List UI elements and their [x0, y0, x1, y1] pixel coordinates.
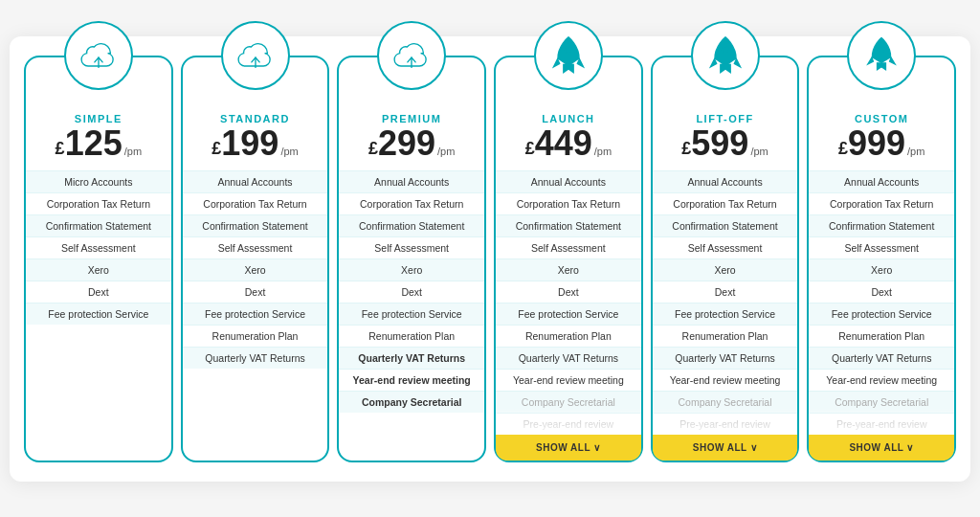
- features-wrapper-premium: Annual AccountsCorporation Tax ReturnCon…: [339, 170, 484, 413]
- features-wrapper-liftoff: Annual AccountsCorporation Tax ReturnCon…: [653, 170, 798, 435]
- plan-header-launch: LAUNCH£449/pm: [496, 105, 641, 170]
- plan-name-premium: PREMIUM: [343, 113, 480, 124]
- plan-header-custom: CUSTOM£999/pm: [809, 105, 954, 170]
- features-list-launch: Annual AccountsCorporation Tax ReturnCon…: [496, 170, 641, 435]
- plan-name-standard: STANDARD: [187, 113, 324, 124]
- list-item: Annual Accounts: [496, 170, 641, 192]
- plan-name-liftoff: LIFT-OFF: [657, 113, 794, 124]
- plan-header-liftoff: LIFT-OFF£599/pm: [653, 105, 798, 170]
- list-item: Confirmation Statement: [809, 214, 954, 236]
- list-item: Fee protection Service: [183, 303, 328, 325]
- list-item: Corporation Tax Return: [496, 192, 641, 214]
- cloud-icon: [221, 21, 290, 90]
- pricing-table: SIMPLE£125/pmMicro AccountsCorporation T…: [10, 36, 970, 482]
- list-item: Xero: [653, 258, 798, 281]
- show-all-button-launch[interactable]: SHOW ALL ∨: [496, 435, 641, 461]
- plan-price-row-launch: £449/pm: [500, 126, 637, 161]
- list-item: Pre-year-end review: [809, 413, 954, 435]
- features-list-simple: Micro AccountsCorporation Tax ReturnConf…: [26, 170, 171, 325]
- list-item: Dext: [496, 281, 641, 303]
- svg-point-4: [722, 46, 728, 53]
- plan-currency-premium: £: [368, 140, 378, 157]
- plan-period-standard: /pm: [280, 146, 298, 157]
- list-item: Annual Accounts: [653, 170, 798, 192]
- plan-price-row-liftoff: £599/pm: [657, 126, 794, 161]
- list-item: Dext: [26, 281, 171, 303]
- plan-name-custom: CUSTOM: [813, 113, 950, 124]
- plan-amount-custom: 999: [848, 126, 905, 161]
- list-item: Dext: [653, 281, 798, 303]
- list-item: Corporation Tax Return: [339, 192, 484, 214]
- list-item: Renumeration Plan: [339, 325, 484, 347]
- rocket-detailed-icon: [847, 21, 916, 90]
- plan-currency-standard: £: [212, 140, 221, 157]
- list-item: Renumeration Plan: [809, 325, 954, 347]
- list-item: Fee protection Service: [26, 303, 171, 325]
- list-item: Year-end review meeting: [496, 369, 641, 391]
- list-item: Self Assessment: [809, 236, 954, 258]
- list-item: Quarterly VAT Returns: [496, 347, 641, 369]
- list-item: Fee protection Service: [809, 303, 954, 325]
- plan-currency-launch: £: [525, 140, 535, 157]
- plan-amount-standard: 199: [221, 126, 278, 161]
- list-item: Quarterly VAT Returns: [809, 347, 954, 369]
- plan-price-row-premium: £299/pm: [343, 126, 480, 161]
- show-all-button-custom[interactable]: SHOW ALL ∨: [809, 435, 954, 461]
- list-item: Company Secretarial: [496, 391, 641, 413]
- list-item: Annual Accounts: [339, 170, 484, 192]
- list-item: Xero: [26, 258, 171, 281]
- plan-amount-premium: 299: [378, 126, 435, 161]
- plan-amount-launch: 449: [535, 126, 592, 161]
- list-item: Xero: [183, 258, 328, 281]
- show-all-button-liftoff[interactable]: SHOW ALL ∨: [653, 435, 798, 461]
- svg-point-3: [565, 46, 571, 53]
- plan-card-custom: CUSTOM£999/pmAnnual AccountsCorporation …: [807, 56, 956, 462]
- plan-price-row-custom: £999/pm: [813, 126, 950, 161]
- list-item: Xero: [809, 258, 954, 281]
- list-item: Pre-year-end review: [653, 413, 798, 435]
- list-item: Self Assessment: [26, 236, 171, 258]
- features-list-premium: Annual AccountsCorporation Tax ReturnCon…: [339, 170, 484, 413]
- list-item: Dext: [339, 281, 484, 303]
- list-item: Fee protection Service: [653, 303, 798, 325]
- plan-card-simple: SIMPLE£125/pmMicro AccountsCorporation T…: [24, 56, 173, 462]
- list-item: Xero: [496, 258, 641, 281]
- list-item: Micro Accounts: [26, 170, 171, 192]
- list-item: Pre-year-end review: [496, 413, 641, 435]
- cloud-icon: [64, 21, 133, 90]
- features-wrapper-simple: Micro AccountsCorporation Tax ReturnConf…: [26, 170, 171, 325]
- list-item: Company Secretarial: [339, 391, 484, 413]
- plan-price-row-simple: £125/pm: [30, 126, 167, 161]
- list-item: Confirmation Statement: [183, 214, 328, 236]
- plan-period-custom: /pm: [907, 146, 924, 157]
- list-item: Year-end review meeting: [653, 369, 798, 391]
- list-item: Quarterly VAT Returns: [653, 347, 798, 369]
- list-item: Year-end review meeting: [339, 369, 484, 391]
- list-item: Confirmation Statement: [496, 214, 641, 236]
- list-item: Company Secretarial: [653, 391, 798, 413]
- list-item: Renumeration Plan: [183, 325, 328, 347]
- list-item: Annual Accounts: [183, 170, 328, 192]
- plan-currency-custom: £: [838, 140, 848, 157]
- list-item: Corporation Tax Return: [809, 192, 954, 214]
- list-item: Year-end review meeting: [809, 369, 954, 391]
- list-item: Corporation Tax Return: [653, 192, 798, 214]
- list-item: Self Assessment: [183, 236, 328, 258]
- plan-period-premium: /pm: [437, 146, 455, 157]
- rocket-icon: [691, 21, 760, 90]
- plan-header-standard: STANDARD£199/pm: [183, 105, 328, 170]
- plan-period-liftoff: /pm: [750, 146, 768, 157]
- list-item: Renumeration Plan: [653, 325, 798, 347]
- rocket-icon: [534, 21, 603, 90]
- features-list-custom: Annual AccountsCorporation Tax ReturnCon…: [809, 170, 954, 435]
- list-item: Self Assessment: [339, 236, 484, 258]
- plan-name-launch: LAUNCH: [500, 113, 637, 124]
- plan-amount-simple: 125: [65, 126, 122, 161]
- plan-header-simple: SIMPLE£125/pm: [26, 105, 171, 170]
- list-item: Confirmation Statement: [653, 214, 798, 236]
- plan-header-premium: PREMIUM£299/pm: [339, 105, 484, 170]
- plan-card-liftoff: LIFT-OFF£599/pmAnnual AccountsCorporatio…: [651, 56, 800, 462]
- plan-period-launch: /pm: [594, 146, 612, 157]
- plan-currency-liftoff: £: [681, 140, 691, 157]
- plan-amount-liftoff: 599: [691, 126, 748, 161]
